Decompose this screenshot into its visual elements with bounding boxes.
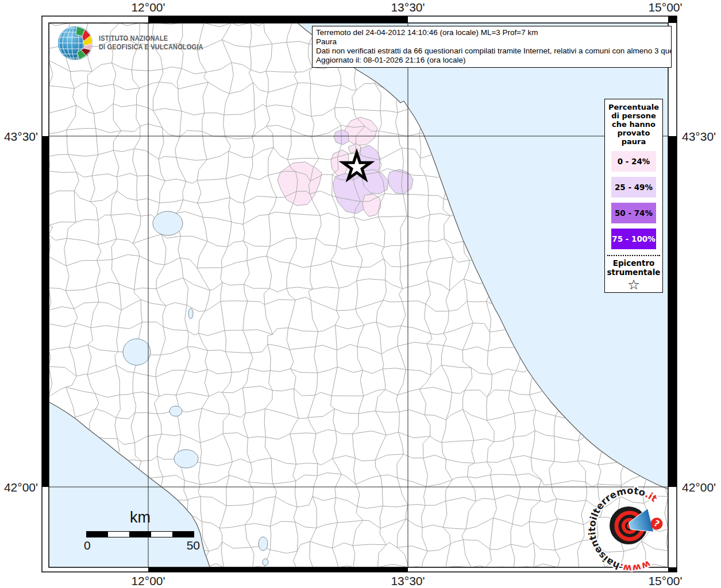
ingv-globe-icon	[56, 24, 94, 62]
frame-segment	[148, 567, 408, 572]
scale-bar: km 0 50	[86, 509, 194, 551]
lake	[123, 339, 151, 365]
scale-segment	[108, 532, 129, 537]
coord-label-right-4330: 43°30'	[682, 130, 716, 144]
lake	[259, 537, 268, 551]
legend-epicenter-line: strumentale	[607, 268, 661, 277]
scale-segment	[151, 532, 172, 537]
scale-segment	[129, 532, 151, 537]
ingv-logo-line1: ISTITUTO NAZIONALE	[99, 34, 203, 43]
lake	[188, 308, 193, 319]
ingv-logo-text: ISTITUTO NAZIONALE DI GEOFISICA E VULCAN…	[99, 34, 203, 52]
scale-segment	[87, 532, 108, 537]
frame-segment	[42, 23, 49, 136]
coord-label-top-15: 15°00'	[648, 1, 682, 14]
ingv-logo-line2: DI GEOFISICA E VULCANOLOGIA	[99, 43, 203, 52]
scale-bar-segments	[86, 531, 194, 537]
coord-label-bottom-12: 12°00'	[131, 574, 165, 588]
lake	[263, 559, 268, 566]
frame-segment	[49, 16, 148, 23]
haisentitoilterremoto-logo: ? www.haisentitoilterremoto.it	[581, 478, 685, 581]
event-updated-line: Aggiornato il: 08-01-2026 21:16 (ora loc…	[316, 56, 668, 65]
legend-swatch-75-100: 75 - 100%	[611, 229, 656, 249]
coord-label-top-1330: 13°30'	[391, 1, 425, 14]
scale-bar-start: 0	[84, 539, 91, 552]
frame-segment	[668, 136, 677, 487]
legend-title-line: di persone	[608, 111, 659, 120]
lake	[153, 211, 183, 235]
coord-label-bottom-1330: 13°30'	[391, 574, 425, 588]
legend-title-line: paura	[608, 137, 659, 146]
coord-label-left-4330: 43°30'	[0, 130, 38, 144]
legend-title-line: che hanno	[608, 120, 659, 129]
coord-label-right-42: 42°00'	[682, 481, 716, 494]
event-question-line: Paura	[316, 37, 668, 47]
frame-segment	[42, 16, 49, 23]
frame-segment	[49, 567, 148, 572]
event-info-box: Terremoto del 24-04-2012 14:10:46 (ora l…	[312, 26, 672, 68]
frame-segment	[42, 136, 49, 487]
ingv-logo: ISTITUTO NAZIONALE DI GEOFISICA E VULCAN…	[56, 24, 217, 62]
legend-epicenter-label: Epicentro strumentale	[607, 258, 661, 277]
event-title-line: Terremoto del 24-04-2012 14:10:46 (ora l…	[316, 28, 668, 37]
frame-segment	[42, 487, 49, 567]
legend-title-line: provato	[608, 129, 659, 137]
legend-title-line: Percentuale	[608, 103, 659, 111]
lake	[169, 406, 182, 416]
legend-separator	[607, 255, 660, 256]
legend-swatch-25-49: 25 - 49%	[611, 177, 656, 198]
coord-label-left-42: 42°00'	[0, 481, 38, 494]
scale-bar-end: 50	[187, 539, 200, 552]
legend-swatch-50-74: 50 - 74%	[611, 203, 656, 223]
scale-bar-unit: km	[86, 509, 194, 527]
legend-swatch-0-24: 0 - 24%	[611, 151, 656, 172]
logo-url-www: www.	[618, 558, 652, 574]
scale-segment	[172, 532, 194, 537]
legend-title: Percentuale di persone che hanno provato…	[608, 103, 659, 146]
frame-segment	[668, 16, 677, 23]
legend: Percentuale di persone che hanno provato…	[604, 99, 663, 293]
frame-segment	[408, 16, 668, 23]
frame-segment	[42, 567, 49, 572]
lake	[174, 450, 198, 468]
coord-label-top-12: 12°00'	[131, 1, 165, 14]
legend-epicenter-line: Epicentro	[607, 258, 661, 268]
frame-segment	[148, 16, 408, 23]
legend-star-icon: ☆	[627, 278, 640, 292]
event-data-note-line: Dati non verificati estratti da 66 quest…	[316, 47, 668, 56]
